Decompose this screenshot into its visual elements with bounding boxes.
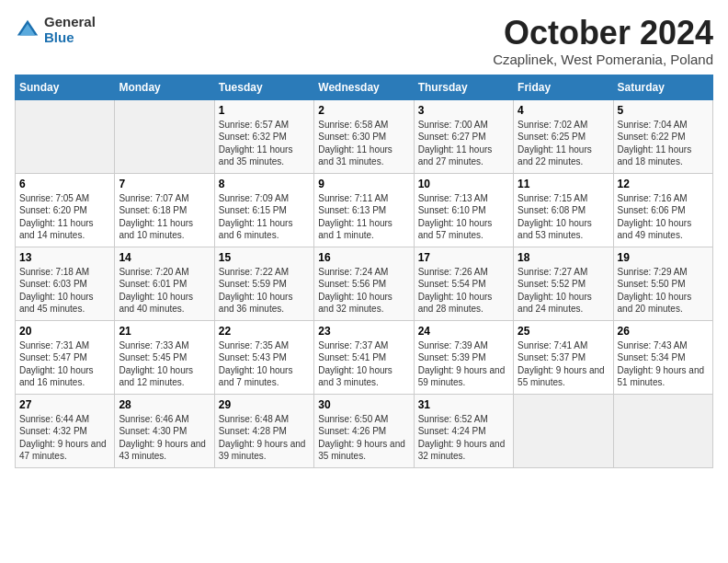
day-info: Sunrise: 7:15 AM Sunset: 6:08 PM Dayligh… xyxy=(518,192,609,242)
week-row-4: 20Sunrise: 7:31 AM Sunset: 5:47 PM Dayli… xyxy=(16,320,713,394)
header-day-sunday: Sunday xyxy=(16,75,115,99)
day-info: Sunrise: 7:43 AM Sunset: 5:34 PM Dayligh… xyxy=(618,339,709,389)
calendar-cell: 21Sunrise: 7:33 AM Sunset: 5:45 PM Dayli… xyxy=(115,320,214,394)
day-info: Sunrise: 6:52 AM Sunset: 4:24 PM Dayligh… xyxy=(418,413,509,463)
day-info: Sunrise: 7:27 AM Sunset: 5:52 PM Dayligh… xyxy=(518,266,609,316)
day-number: 17 xyxy=(418,251,509,264)
logo-text: General Blue xyxy=(44,15,96,45)
calendar-cell xyxy=(613,394,712,467)
calendar-table: SundayMondayTuesdayWednesdayThursdayFrid… xyxy=(15,75,713,468)
day-number: 29 xyxy=(219,398,310,411)
calendar-cell: 22Sunrise: 7:35 AM Sunset: 5:43 PM Dayli… xyxy=(214,320,313,394)
calendar-cell: 27Sunrise: 6:44 AM Sunset: 4:32 PM Dayli… xyxy=(16,394,115,467)
day-number: 27 xyxy=(19,398,110,411)
calendar-cell: 25Sunrise: 7:41 AM Sunset: 5:37 PM Dayli… xyxy=(514,320,613,394)
day-info: Sunrise: 7:02 AM Sunset: 6:25 PM Dayligh… xyxy=(518,119,609,168)
calendar-cell: 5Sunrise: 7:04 AM Sunset: 6:22 PM Daylig… xyxy=(613,99,712,173)
calendar-cell xyxy=(16,99,115,173)
day-info: Sunrise: 7:07 AM Sunset: 6:18 PM Dayligh… xyxy=(119,192,210,242)
day-number: 23 xyxy=(318,325,409,338)
day-number: 9 xyxy=(318,178,409,190)
day-info: Sunrise: 6:44 AM Sunset: 4:32 PM Dayligh… xyxy=(19,413,110,463)
day-info: Sunrise: 6:50 AM Sunset: 4:26 PM Dayligh… xyxy=(318,413,409,463)
day-info: Sunrise: 7:00 AM Sunset: 6:27 PM Dayligh… xyxy=(418,119,509,168)
day-info: Sunrise: 6:48 AM Sunset: 4:28 PM Dayligh… xyxy=(219,413,310,463)
calendar-cell: 23Sunrise: 7:37 AM Sunset: 5:41 PM Dayli… xyxy=(314,320,414,394)
logo-icon xyxy=(15,17,40,43)
calendar-cell: 20Sunrise: 7:31 AM Sunset: 5:47 PM Dayli… xyxy=(16,320,115,394)
day-info: Sunrise: 6:46 AM Sunset: 4:30 PM Dayligh… xyxy=(119,413,210,463)
day-number: 22 xyxy=(219,325,310,338)
day-number: 30 xyxy=(318,398,409,411)
logo: General Blue xyxy=(15,15,96,45)
day-number: 14 xyxy=(119,251,210,264)
logo-general-text: General xyxy=(44,15,96,30)
header-row: SundayMondayTuesdayWednesdayThursdayFrid… xyxy=(16,75,713,99)
calendar-cell: 1Sunrise: 6:57 AM Sunset: 6:32 PM Daylig… xyxy=(214,99,313,173)
day-info: Sunrise: 7:31 AM Sunset: 5:47 PM Dayligh… xyxy=(19,339,110,389)
header-day-tuesday: Tuesday xyxy=(214,75,313,99)
day-info: Sunrise: 7:20 AM Sunset: 6:01 PM Dayligh… xyxy=(119,266,210,316)
calendar-cell xyxy=(115,99,214,173)
calendar-cell: 3Sunrise: 7:00 AM Sunset: 6:27 PM Daylig… xyxy=(414,99,513,173)
day-info: Sunrise: 7:09 AM Sunset: 6:15 PM Dayligh… xyxy=(219,192,310,242)
calendar-cell: 6Sunrise: 7:05 AM Sunset: 6:20 PM Daylig… xyxy=(16,173,115,247)
calendar-cell: 7Sunrise: 7:07 AM Sunset: 6:18 PM Daylig… xyxy=(115,173,214,247)
day-info: Sunrise: 7:33 AM Sunset: 5:45 PM Dayligh… xyxy=(119,339,210,389)
week-row-1: 1Sunrise: 6:57 AM Sunset: 6:32 PM Daylig… xyxy=(16,99,713,173)
day-number: 2 xyxy=(318,104,409,117)
header-day-thursday: Thursday xyxy=(414,75,513,99)
day-number: 18 xyxy=(518,251,609,264)
calendar-cell: 9Sunrise: 7:11 AM Sunset: 6:13 PM Daylig… xyxy=(314,173,414,247)
day-number: 11 xyxy=(518,178,609,190)
day-info: Sunrise: 7:35 AM Sunset: 5:43 PM Dayligh… xyxy=(219,339,310,389)
calendar-cell: 31Sunrise: 6:52 AM Sunset: 4:24 PM Dayli… xyxy=(414,394,513,467)
calendar-cell: 13Sunrise: 7:18 AM Sunset: 6:03 PM Dayli… xyxy=(16,247,115,320)
day-number: 28 xyxy=(119,398,210,411)
day-number: 10 xyxy=(418,178,509,190)
calendar-cell: 8Sunrise: 7:09 AM Sunset: 6:15 PM Daylig… xyxy=(214,173,313,247)
calendar-cell xyxy=(514,394,613,467)
week-row-2: 6Sunrise: 7:05 AM Sunset: 6:20 PM Daylig… xyxy=(16,173,713,247)
calendar-cell: 29Sunrise: 6:48 AM Sunset: 4:28 PM Dayli… xyxy=(214,394,313,467)
location-title: Czaplinek, West Pomerania, Poland xyxy=(493,52,713,67)
day-number: 12 xyxy=(618,178,709,190)
day-number: 6 xyxy=(19,178,110,190)
calendar-cell: 2Sunrise: 6:58 AM Sunset: 6:30 PM Daylig… xyxy=(314,99,414,173)
day-number: 1 xyxy=(219,104,310,117)
day-number: 3 xyxy=(418,104,509,117)
calendar-cell: 28Sunrise: 6:46 AM Sunset: 4:30 PM Dayli… xyxy=(115,394,214,467)
day-info: Sunrise: 7:18 AM Sunset: 6:03 PM Dayligh… xyxy=(19,266,110,316)
day-info: Sunrise: 7:37 AM Sunset: 5:41 PM Dayligh… xyxy=(318,339,409,389)
day-number: 4 xyxy=(518,104,609,117)
day-number: 13 xyxy=(19,251,110,264)
day-number: 31 xyxy=(418,398,509,411)
calendar-cell: 15Sunrise: 7:22 AM Sunset: 5:59 PM Dayli… xyxy=(214,247,313,320)
calendar-cell: 17Sunrise: 7:26 AM Sunset: 5:54 PM Dayli… xyxy=(414,247,513,320)
day-number: 16 xyxy=(318,251,409,264)
day-number: 25 xyxy=(518,325,609,338)
day-info: Sunrise: 6:58 AM Sunset: 6:30 PM Dayligh… xyxy=(318,119,409,168)
calendar-cell: 10Sunrise: 7:13 AM Sunset: 6:10 PM Dayli… xyxy=(414,173,513,247)
calendar-cell: 14Sunrise: 7:20 AM Sunset: 6:01 PM Dayli… xyxy=(115,247,214,320)
day-info: Sunrise: 7:41 AM Sunset: 5:37 PM Dayligh… xyxy=(518,339,609,389)
calendar-cell: 19Sunrise: 7:29 AM Sunset: 5:50 PM Dayli… xyxy=(613,247,712,320)
day-info: Sunrise: 7:11 AM Sunset: 6:13 PM Dayligh… xyxy=(318,192,409,242)
day-number: 5 xyxy=(618,104,709,117)
day-info: Sunrise: 7:04 AM Sunset: 6:22 PM Dayligh… xyxy=(618,119,709,168)
day-info: Sunrise: 7:13 AM Sunset: 6:10 PM Dayligh… xyxy=(418,192,509,242)
header-day-wednesday: Wednesday xyxy=(314,75,414,99)
header-day-saturday: Saturday xyxy=(613,75,712,99)
calendar-body: 1Sunrise: 6:57 AM Sunset: 6:32 PM Daylig… xyxy=(16,99,713,467)
day-info: Sunrise: 7:26 AM Sunset: 5:54 PM Dayligh… xyxy=(418,266,509,316)
header-day-friday: Friday xyxy=(514,75,613,99)
day-number: 21 xyxy=(119,325,210,338)
week-row-5: 27Sunrise: 6:44 AM Sunset: 4:32 PM Dayli… xyxy=(16,394,713,467)
day-info: Sunrise: 7:22 AM Sunset: 5:59 PM Dayligh… xyxy=(219,266,310,316)
header: General Blue October 2024 Czaplinek, Wes… xyxy=(15,15,713,67)
day-number: 19 xyxy=(618,251,709,264)
calendar-cell: 16Sunrise: 7:24 AM Sunset: 5:56 PM Dayli… xyxy=(314,247,414,320)
month-title: October 2024 xyxy=(493,15,713,52)
calendar-cell: 26Sunrise: 7:43 AM Sunset: 5:34 PM Dayli… xyxy=(613,320,712,394)
title-section: October 2024 Czaplinek, West Pomerania, … xyxy=(493,15,713,67)
